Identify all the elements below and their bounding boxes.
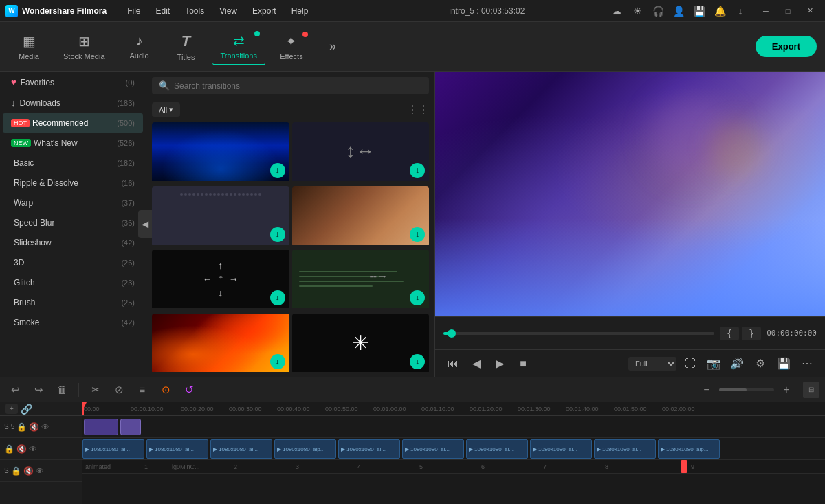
category-downloads[interactable]: ↓ Downloads (183)	[3, 93, 143, 113]
fullscreen-button[interactable]: ⛶	[681, 354, 700, 373]
quality-select[interactable]: Full Half Quarter	[628, 357, 676, 371]
progress-bar[interactable]	[443, 332, 714, 335]
eye-icon-2[interactable]: 👁	[29, 444, 37, 454]
audio-ctrl-button[interactable]: ≡	[133, 380, 152, 399]
clip-purple-1[interactable]	[84, 419, 118, 435]
category-warp[interactable]: Warp (37)	[3, 193, 143, 212]
menu-file[interactable]: File	[120, 3, 147, 19]
mute-icon-3[interactable]: 🔇	[23, 466, 34, 476]
transition-fade-single[interactable]: ↓ Fade Single Track	[152, 186, 289, 248]
redo-button[interactable]: ↪	[29, 380, 48, 399]
progress-handle[interactable]	[448, 329, 456, 338]
media-button[interactable]: ▦ Media	[8, 29, 50, 65]
prev-frame-button[interactable]: ⏮	[443, 354, 463, 373]
preview-area[interactable]	[435, 72, 825, 316]
add-track-button[interactable]: +	[6, 404, 18, 414]
mute-icon-1[interactable]: 🔇	[29, 422, 39, 432]
delete-button[interactable]: 🗑	[52, 380, 72, 399]
notification-icon[interactable]: 🔔	[712, 3, 727, 19]
zoom-in-button[interactable]: +	[777, 380, 796, 399]
mute-icon-2[interactable]: 🔇	[16, 444, 27, 454]
eye-icon-1[interactable]: 👁	[41, 422, 50, 432]
transition-wormhole3[interactable]: ↕↔ ↓ Wormhole 3	[292, 122, 430, 184]
category-whats-new[interactable]: NEW What's New (526)	[3, 133, 143, 153]
stock-media-button[interactable]: ⊞ Stock Media	[55, 29, 113, 65]
settings-ctrl-button[interactable]: ⚙	[751, 354, 770, 373]
stop-button[interactable]: ■	[514, 354, 533, 373]
beat-button[interactable]: ⊙	[156, 380, 175, 399]
user-icon[interactable]: 👤	[671, 3, 686, 19]
category-ripple[interactable]: Ripple & Dissolve (16)	[3, 173, 143, 193]
media-clip-9[interactable]: ▶1080x1080_al...	[594, 439, 656, 459]
save-icon[interactable]: 💾	[692, 3, 707, 19]
transitions-button[interactable]: ⇄ Transitions	[212, 28, 265, 65]
media-clip-8[interactable]: ▶1080x1080_al...	[530, 439, 592, 459]
wind-download-btn[interactable]: ↓	[410, 290, 425, 305]
eye-icon-3[interactable]: 👁	[36, 466, 44, 476]
transition-wind[interactable]: --→ ↓ Wind	[292, 250, 430, 311]
audio-button[interactable]: ♪ Audio	[119, 29, 160, 64]
shock-download-btn[interactable]: ↓	[270, 163, 285, 178]
download-icon[interactable]: ↓	[733, 3, 748, 19]
layout-btn[interactable]: ⊟	[803, 382, 820, 398]
media-clip-10[interactable]: ▶1080x1080_alp...	[658, 439, 720, 459]
ai-button[interactable]: ↺	[179, 380, 199, 399]
cinematic-download-btn[interactable]: ↓	[410, 227, 425, 242]
lock-icon-2[interactable]: 🔒	[4, 444, 14, 454]
filter-all-button[interactable]: All ▾	[152, 102, 180, 117]
menu-view[interactable]: View	[212, 3, 244, 19]
transition-cinematic[interactable]: ↓ Cinematic Digital Slidesh...	[292, 186, 430, 248]
export-button[interactable]: Export	[756, 36, 817, 57]
category-glitch[interactable]: Glitch (23)	[3, 273, 143, 292]
titles-button[interactable]: T Titles	[166, 28, 207, 65]
lock-icon-1[interactable]: 🔒	[16, 422, 27, 432]
link-button[interactable]: 🔗	[21, 404, 32, 415]
fade-white-download-btn[interactable]: ↓	[410, 354, 425, 369]
transition-trans06[interactable]: ↓ Transition06	[152, 314, 289, 375]
menu-export[interactable]: Export	[245, 3, 283, 19]
fade-single-download-btn[interactable]: ↓	[270, 227, 285, 242]
category-favorites[interactable]: ♥ Favorites (0)	[3, 72, 143, 92]
menu-edit[interactable]: Edit	[148, 3, 177, 19]
close-button[interactable]: ✕	[800, 4, 820, 18]
play-back-button[interactable]: ◀	[467, 354, 486, 373]
wormhole-download-btn[interactable]: ↓	[410, 163, 425, 178]
media-clip-4[interactable]: ▶1080x1080_alp...	[274, 439, 336, 459]
cloud-icon[interactable]: ☁	[609, 3, 624, 19]
sun-icon[interactable]: ☀	[630, 3, 645, 19]
transition-shock[interactable]: ↓ Shock	[152, 122, 289, 184]
category-slideshow[interactable]: Slideshow (42)	[3, 233, 143, 252]
transition-warp-zoom3[interactable]: ↑ ← ✦ → ↓ ↓ Warp	[152, 250, 289, 311]
bracket-close-button[interactable]: }	[742, 327, 761, 340]
zoom-track[interactable]	[719, 388, 774, 391]
more-ctrl-button[interactable]: ⋯	[798, 354, 817, 373]
headphone-icon[interactable]: 🎧	[650, 3, 666, 19]
clip-purple-2[interactable]	[120, 419, 141, 435]
category-smoke[interactable]: Smoke (42)	[3, 313, 143, 332]
effects-button[interactable]: ✦ Effects	[271, 29, 312, 65]
media-clip-6[interactable]: ▶1080x1080_al...	[402, 439, 464, 459]
category-basic[interactable]: Basic (182)	[3, 153, 143, 173]
transition-fade-white[interactable]: ✳ ↓ Fade White	[292, 314, 430, 375]
zoom-out-button[interactable]: −	[697, 380, 716, 399]
menu-tools[interactable]: Tools	[178, 3, 211, 19]
freeze-button[interactable]: ⊘	[109, 380, 129, 399]
play-button[interactable]: ▶	[490, 354, 509, 373]
media-clip-2[interactable]: ▶1080x1080_al...	[146, 439, 208, 459]
media-clip-5[interactable]: ▶1080x1080_al...	[338, 439, 400, 459]
maximize-button[interactable]: □	[778, 4, 798, 18]
category-speed-blur[interactable]: Speed Blur (36)	[3, 213, 143, 232]
grid-view-button[interactable]: ⋮⋮	[407, 103, 429, 116]
cut-button[interactable]: ✂	[86, 380, 105, 399]
lock-icon-3[interactable]: 🔒	[11, 466, 21, 476]
undo-button[interactable]: ↩	[6, 380, 25, 399]
screenshot-button[interactable]: 📷	[704, 354, 723, 373]
category-brush[interactable]: Brush (25)	[3, 293, 143, 312]
trans06-download-btn[interactable]: ↓	[270, 354, 285, 369]
menu-help[interactable]: Help	[285, 3, 316, 19]
media-clip-1[interactable]: ▶1080x1080_al...	[82, 439, 144, 459]
collapse-button[interactable]: ◀	[138, 210, 152, 238]
playhead[interactable]	[82, 402, 84, 416]
search-input[interactable]	[174, 81, 422, 91]
category-3d[interactable]: 3D (26)	[3, 253, 143, 272]
